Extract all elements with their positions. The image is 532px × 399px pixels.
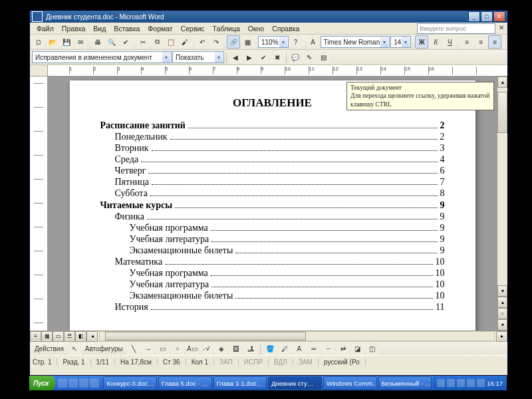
- ql-icon[interactable]: [58, 378, 67, 388]
- accept-icon[interactable]: ✔: [257, 51, 270, 64]
- taskbar-task[interactable]: Конкурс-3.doс…: [103, 376, 157, 390]
- menu-tools[interactable]: Сервис: [177, 25, 209, 33]
- toc-entry[interactable]: Читаемые курсы9: [100, 200, 445, 211]
- menu-edit[interactable]: Правка: [58, 25, 89, 33]
- menu-file[interactable]: Файл: [33, 25, 58, 33]
- clipart-icon[interactable]: 🖼: [229, 342, 243, 355]
- menu-table[interactable]: Таблица: [209, 25, 244, 33]
- mail-icon[interactable]: ✉: [74, 35, 87, 49]
- reading-view-icon[interactable]: ◧: [75, 331, 86, 342]
- toc-entry[interactable]: Пятница7: [100, 177, 445, 188]
- clock[interactable]: 16:17: [487, 380, 503, 387]
- undo-icon[interactable]: ↶: [196, 35, 209, 49]
- tables-icon[interactable]: ▦: [241, 35, 254, 49]
- start-button[interactable]: Пуск: [29, 376, 55, 390]
- new-icon[interactable]: 🗋: [32, 35, 45, 49]
- draw-actions-menu[interactable]: Действия: [32, 345, 66, 352]
- toc-entry[interactable]: Понедельник2: [100, 132, 445, 142]
- menu-insert[interactable]: Вставка: [110, 25, 144, 33]
- ql-icon[interactable]: [68, 378, 78, 388]
- align-right-icon[interactable]: ≡: [488, 35, 501, 49]
- track-changes-icon[interactable]: ✎: [303, 51, 316, 64]
- cut-icon[interactable]: ✂: [136, 35, 150, 49]
- toc-entry[interactable]: Экзаменационные билеты10: [100, 291, 445, 301]
- toc-entry[interactable]: Среда4: [100, 154, 445, 165]
- paste-icon[interactable]: 📋: [164, 35, 178, 49]
- italic-icon[interactable]: К: [429, 35, 442, 49]
- menu-format[interactable]: Формат: [144, 25, 176, 33]
- hscroll-thumb[interactable]: [105, 332, 306, 340]
- toc-entry[interactable]: История11: [100, 302, 445, 313]
- menu-view[interactable]: Вид: [89, 25, 110, 33]
- vertical-scrollbar[interactable]: ▴ ▾ ▴ ○ ▾: [497, 76, 507, 331]
- close-button[interactable]: ✕: [493, 11, 505, 22]
- vertical-ruler[interactable]: [30, 76, 48, 331]
- taskbar-task[interactable]: Windows Comm…: [323, 376, 377, 390]
- redo-icon[interactable]: ↷: [209, 35, 223, 49]
- save-icon[interactable]: 💾: [60, 35, 73, 49]
- diagram-icon[interactable]: ◈: [215, 342, 228, 355]
- autoshapes-menu[interactable]: Автофигуры: [82, 345, 126, 352]
- zoom-combo[interactable]: 110%: [258, 36, 289, 48]
- spell-icon[interactable]: ✔: [119, 35, 132, 49]
- show-combo[interactable]: Показать: [172, 51, 224, 63]
- toc-entry[interactable]: Экзаменационные билеты9: [100, 245, 445, 256]
- horizontal-ruler[interactable]: 12345678910111213141516: [30, 65, 507, 76]
- taskbar-task[interactable]: Глава 1-1.doс…: [213, 376, 267, 390]
- print-icon[interactable]: 🖶: [91, 35, 104, 49]
- document-area[interactable]: ОГЛАВЛЕНИЕ Расписание занятий2Понедельни…: [48, 76, 497, 331]
- toc-entry[interactable]: Математика10: [100, 257, 445, 267]
- font-color2-icon[interactable]: A: [293, 342, 306, 355]
- line-color-icon[interactable]: 🖊: [278, 342, 291, 355]
- align-center-icon[interactable]: ≡: [474, 35, 487, 49]
- picture-icon[interactable]: 🏞: [244, 342, 257, 355]
- help-icon[interactable]: ?: [289, 35, 303, 49]
- normal-view-icon[interactable]: ≡: [30, 331, 41, 342]
- toc-entry[interactable]: Вторник3: [100, 143, 445, 154]
- toc-entry[interactable]: Физика9: [100, 211, 445, 222]
- scroll-right-icon[interactable]: ▸: [496, 331, 507, 342]
- toc-entry[interactable]: Расписание занятий2: [100, 120, 445, 131]
- toc-entry[interactable]: Четверг6: [100, 166, 445, 176]
- rect-icon[interactable]: ▭: [156, 342, 170, 355]
- arrow-icon[interactable]: →: [142, 342, 155, 355]
- align-left-icon[interactable]: ≡: [460, 35, 473, 49]
- reject-icon[interactable]: ✖: [271, 51, 284, 64]
- tray-icon[interactable]: [477, 379, 485, 387]
- track-display-combo[interactable]: Исправления в измененном документ: [32, 51, 172, 63]
- taskbar-task[interactable]: Глава 5.doс - …: [158, 376, 212, 390]
- tray-icon[interactable]: [437, 379, 445, 387]
- textbox-icon[interactable]: A▭: [186, 342, 199, 355]
- prev-change-icon[interactable]: ◀: [229, 51, 242, 64]
- 3d-icon[interactable]: ◫: [366, 342, 379, 355]
- select-icon[interactable]: ↖: [68, 342, 81, 355]
- open-icon[interactable]: 📂: [46, 35, 59, 49]
- scroll-thumb[interactable]: [497, 92, 507, 133]
- scroll-down-icon[interactable]: ▾: [497, 285, 507, 297]
- prev-page-icon[interactable]: ▴: [497, 297, 507, 308]
- tray-icon[interactable]: [447, 379, 455, 387]
- close-document-button[interactable]: ✕: [497, 24, 506, 33]
- outline-view-icon[interactable]: ☰: [64, 331, 75, 342]
- web-view-icon[interactable]: ▦: [41, 331, 53, 342]
- taskbar-task[interactable]: Дневник сту…: [268, 376, 322, 390]
- next-change-icon[interactable]: ▶: [243, 51, 256, 64]
- comment-icon[interactable]: 💬: [289, 51, 302, 64]
- toc-entry[interactable]: Суббота8: [100, 188, 445, 199]
- menu-window[interactable]: Окно: [244, 25, 268, 33]
- line-style-icon[interactable]: ═: [307, 342, 321, 355]
- wordart-icon[interactable]: 𝒜: [200, 342, 213, 355]
- print-view-icon[interactable]: ▭: [53, 331, 64, 342]
- toc-entry[interactable]: Учебная литература9: [100, 234, 445, 245]
- scroll-left-icon[interactable]: ◂: [86, 331, 98, 342]
- ask-question-input[interactable]: Введите вопрос: [417, 23, 495, 34]
- tray-icon[interactable]: [467, 379, 475, 387]
- fill-color-icon[interactable]: 🪣: [263, 342, 277, 355]
- maximize-button[interactable]: □: [481, 11, 493, 22]
- align-justify-icon[interactable]: ≡: [502, 35, 507, 49]
- hyperlink-icon[interactable]: 🔗: [227, 35, 240, 49]
- underline-icon[interactable]: Ч: [443, 35, 456, 49]
- browse-object-icon[interactable]: ○: [497, 308, 507, 319]
- toc-entry[interactable]: Учебная литература10: [100, 279, 445, 290]
- shadow-icon[interactable]: ◪: [351, 342, 364, 355]
